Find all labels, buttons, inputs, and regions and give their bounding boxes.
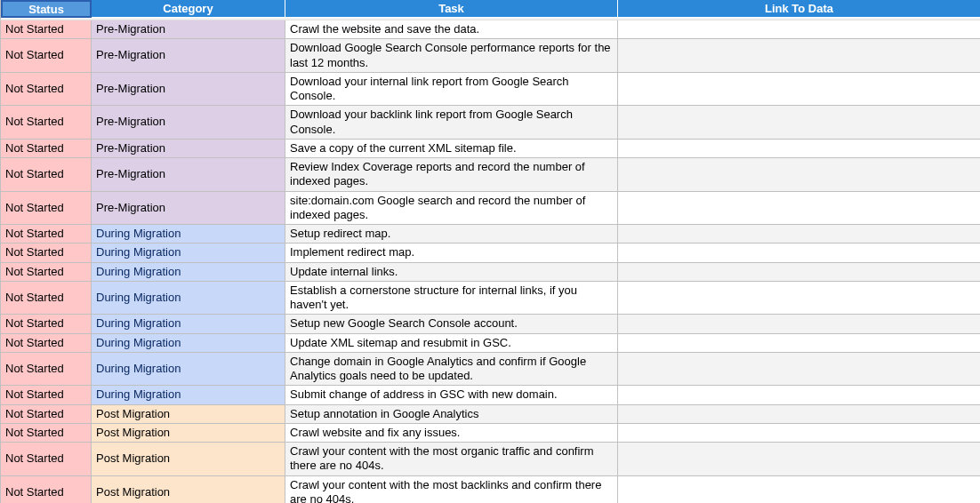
status-cell[interactable]: Not Started	[1, 263, 92, 281]
task-cell[interactable]: Download your internal link report from …	[285, 73, 618, 106]
link-cell[interactable]	[618, 39, 980, 72]
status-cell[interactable]: Not Started	[1, 386, 92, 403]
category-cell[interactable]: Post Migration	[92, 424, 285, 442]
link-cell[interactable]	[618, 334, 980, 352]
table-row: Not StartedPre-MigrationDownload your ba…	[1, 106, 980, 140]
link-cell[interactable]	[618, 158, 980, 191]
category-cell[interactable]: During Migration	[92, 282, 285, 315]
spreadsheet: Status Category Task Link To Data Not St…	[0, 0, 980, 503]
table-row: Not StartedDuring MigrationSubmit change…	[1, 386, 980, 404]
rows-container: Not StartedPre-MigrationCrawl the websit…	[0, 20, 980, 503]
link-cell[interactable]	[618, 386, 980, 403]
category-cell[interactable]: During Migration	[92, 244, 285, 261]
table-row: Not StartedDuring MigrationUpdate intern…	[1, 263, 980, 282]
task-cell[interactable]: Setup redirect map.	[285, 225, 618, 243]
status-cell[interactable]: Not Started	[1, 225, 92, 243]
category-cell[interactable]: During Migration	[92, 315, 285, 332]
table-row: Not StartedPre-MigrationDownload Google …	[1, 39, 980, 73]
status-cell[interactable]: Not Started	[1, 334, 92, 352]
link-cell[interactable]	[618, 405, 980, 423]
status-cell[interactable]: Not Started	[1, 140, 92, 157]
category-cell[interactable]: During Migration	[92, 353, 285, 386]
header-row: Status Category Task Link To Data	[0, 0, 980, 18]
task-cell[interactable]: Review Index Coverage reports and record…	[285, 158, 618, 191]
category-cell[interactable]: Pre-Migration	[92, 73, 285, 106]
link-cell[interactable]	[618, 476, 980, 504]
task-cell[interactable]: Submit change of address in GSC with new…	[285, 386, 618, 403]
link-cell[interactable]	[618, 73, 980, 106]
status-cell[interactable]: Not Started	[1, 192, 92, 225]
link-cell[interactable]	[618, 353, 980, 386]
task-cell[interactable]: Establish a cornerstone structure for in…	[285, 282, 618, 315]
status-cell[interactable]: Not Started	[1, 73, 92, 106]
task-cell[interactable]: site:domain.com Google search and record…	[285, 192, 618, 225]
task-cell[interactable]: Update XML sitemap and resubmit in GSC.	[285, 334, 618, 352]
table-row: Not StartedDuring MigrationSetup redirec…	[1, 225, 980, 244]
status-cell[interactable]: Not Started	[1, 39, 92, 72]
header-status[interactable]: Status	[1, 0, 92, 18]
link-cell[interactable]	[618, 443, 980, 475]
status-cell[interactable]: Not Started	[1, 405, 92, 423]
header-category[interactable]: Category	[92, 0, 285, 18]
table-row: Not StartedDuring MigrationChange domain…	[1, 353, 980, 387]
category-cell[interactable]: Pre-Migration	[92, 39, 285, 72]
category-cell[interactable]: Pre-Migration	[92, 106, 285, 139]
category-cell[interactable]: Pre-Migration	[92, 140, 285, 157]
category-cell[interactable]: Post Migration	[92, 476, 285, 504]
link-cell[interactable]	[618, 140, 980, 157]
link-cell[interactable]	[618, 263, 980, 281]
status-cell[interactable]: Not Started	[1, 244, 92, 261]
task-cell[interactable]: Setup new Google Search Console account.	[285, 315, 618, 332]
link-cell[interactable]	[618, 192, 980, 225]
category-cell[interactable]: Post Migration	[92, 405, 285, 423]
task-cell[interactable]: Download Google Search Console performan…	[285, 39, 618, 72]
category-cell[interactable]: During Migration	[92, 386, 285, 403]
header-link[interactable]: Link To Data	[618, 0, 980, 18]
table-row: Not StartedPre-MigrationSave a copy of t…	[1, 140, 980, 158]
header-task[interactable]: Task	[285, 0, 618, 18]
task-cell[interactable]: Setup annotation in Google Analytics	[285, 405, 618, 423]
link-cell[interactable]	[618, 282, 980, 315]
table-row: Not StartedDuring MigrationSetup new Goo…	[1, 315, 980, 333]
status-cell[interactable]: Not Started	[1, 106, 92, 139]
link-cell[interactable]	[618, 244, 980, 261]
table-row: Not StartedDuring MigrationEstablish a c…	[1, 282, 980, 315]
task-cell[interactable]: Crawl website and fix any issues.	[285, 424, 618, 442]
category-cell[interactable]: During Migration	[92, 334, 285, 352]
table-row: Not StartedDuring MigrationImplement red…	[1, 244, 980, 262]
category-cell[interactable]: Pre-Migration	[92, 192, 285, 225]
link-cell[interactable]	[618, 225, 980, 243]
task-cell[interactable]: Crawl the website and save the data.	[285, 20, 618, 38]
link-cell[interactable]	[618, 20, 980, 38]
status-cell[interactable]: Not Started	[1, 282, 92, 315]
task-cell[interactable]: Crawl your content with the most backlin…	[285, 476, 618, 504]
status-cell[interactable]: Not Started	[1, 315, 92, 332]
category-cell[interactable]: During Migration	[92, 263, 285, 281]
link-cell[interactable]	[618, 424, 980, 442]
table-row: Not StartedDuring MigrationUpdate XML si…	[1, 334, 980, 353]
table-row: Not StartedPost MigrationCrawl your cont…	[1, 443, 980, 476]
link-cell[interactable]	[618, 106, 980, 139]
task-cell[interactable]: Change domain in Google Analytics and co…	[285, 353, 618, 386]
table-row: Not StartedPre-MigrationCrawl the websit…	[1, 20, 980, 39]
task-cell[interactable]: Save a copy of the current XML sitemap f…	[285, 140, 618, 157]
category-cell[interactable]: During Migration	[92, 225, 285, 243]
status-cell[interactable]: Not Started	[1, 476, 92, 504]
status-cell[interactable]: Not Started	[1, 353, 92, 386]
category-cell[interactable]: Pre-Migration	[92, 20, 285, 38]
status-cell[interactable]: Not Started	[1, 424, 92, 442]
category-cell[interactable]: Pre-Migration	[92, 158, 285, 191]
task-cell[interactable]: Crawl your content with the most organic…	[285, 443, 618, 475]
status-cell[interactable]: Not Started	[1, 158, 92, 191]
category-cell[interactable]: Post Migration	[92, 443, 285, 475]
task-cell[interactable]: Implement redirect map.	[285, 244, 618, 261]
status-cell[interactable]: Not Started	[1, 20, 92, 38]
table-row: Not StartedPre-MigrationDownload your in…	[1, 73, 980, 107]
task-cell[interactable]: Update internal links.	[285, 263, 618, 281]
table-row: Not StartedPost MigrationCrawl your cont…	[1, 476, 980, 504]
task-cell[interactable]: Download your backlink link report from …	[285, 106, 618, 139]
status-cell[interactable]: Not Started	[1, 443, 92, 475]
table-row: Not StartedPre-Migrationsite:domain.com …	[1, 192, 980, 226]
link-cell[interactable]	[618, 315, 980, 332]
table-row: Not StartedPost MigrationCrawl website a…	[1, 424, 980, 443]
